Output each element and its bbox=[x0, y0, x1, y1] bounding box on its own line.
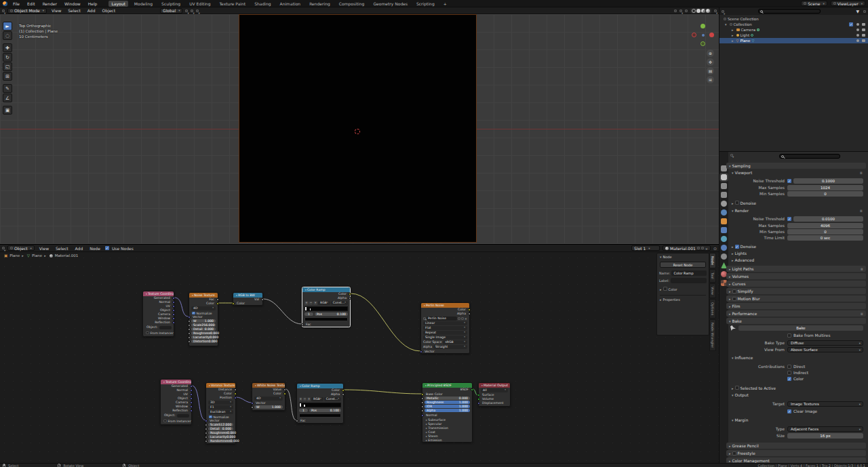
gizmo-axis-z[interactable] bbox=[702, 34, 705, 37]
interpolation-dropdown[interactable]: Const... bbox=[331, 301, 348, 305]
input-socket-ior[interactable] bbox=[421, 405, 424, 408]
overlays-icon[interactable] bbox=[679, 9, 682, 12]
output-socket-object[interactable] bbox=[172, 309, 175, 312]
render-time-limit-value[interactable]: 0 sec bbox=[787, 235, 863, 241]
unlink-image-icon[interactable] bbox=[465, 317, 467, 321]
alpha-mode-dropdown[interactable]: Straight bbox=[433, 345, 467, 349]
node-color-ramp-2[interactable]: Color Ramp Color Alpha + − ▾ RGB Const..… bbox=[296, 383, 344, 424]
node-header[interactable]: RGB to BW bbox=[233, 293, 262, 298]
node-material-output[interactable]: Material Output All Surface Volume Displ… bbox=[478, 382, 511, 407]
viewport-max-samples-value[interactable]: 1024 bbox=[787, 185, 863, 190]
alpha-slider[interactable]: Alpha1.000 bbox=[425, 409, 470, 412]
zoom-icon[interactable]: ⊕ bbox=[707, 49, 714, 57]
collection-checkbox[interactable] bbox=[849, 22, 853, 26]
material-selector[interactable]: Material.001 bbox=[663, 245, 711, 251]
workspace-tab-scripting[interactable]: Scripting bbox=[414, 1, 437, 7]
tab-modifiers-icon[interactable] bbox=[721, 227, 727, 233]
lacunarity-slider[interactable]: Lacunarity0.000 bbox=[208, 435, 233, 439]
output-socket-reflection[interactable] bbox=[172, 321, 175, 324]
tab-render-properties-icon[interactable] bbox=[721, 174, 727, 180]
output-socket-normal[interactable] bbox=[172, 301, 175, 304]
outliner-row-scene-collection[interactable]: Scene Collection bbox=[719, 16, 868, 22]
tool-scale[interactable]: ◱ bbox=[3, 62, 12, 71]
sidebar-tab-view[interactable]: View bbox=[709, 283, 716, 298]
gizmo-axis-y-neg[interactable] bbox=[701, 41, 705, 46]
preset-menu-icon[interactable]: ≣ bbox=[860, 209, 863, 213]
scale-slider[interactable]: Scale256.000 bbox=[191, 323, 216, 327]
node-principled-bsdf[interactable]: Principled BSDF BSDF Base Color Metallic… bbox=[422, 382, 473, 443]
shader-editor[interactable]: Object View Select Add Node Use Nodes Sl… bbox=[0, 244, 719, 463]
output-socket-object[interactable] bbox=[190, 397, 193, 400]
input-socket-lacunarity[interactable] bbox=[205, 436, 208, 439]
sh-menu-add[interactable]: Add bbox=[73, 246, 85, 251]
projection-dropdown[interactable]: Flat bbox=[423, 326, 467, 330]
node-rgb-to-bw[interactable]: RGB to BW Val Color bbox=[233, 292, 263, 306]
viewport-min-samples-value[interactable]: 0 bbox=[787, 191, 863, 197]
panel-properties[interactable]: Properties bbox=[660, 295, 706, 302]
viewport-noise-threshold-checkbox[interactable] bbox=[787, 179, 791, 183]
output-socket-value[interactable] bbox=[283, 388, 286, 391]
subsection-denoise-viewport[interactable]: Denoise bbox=[732, 201, 756, 205]
unlink-material-icon[interactable] bbox=[705, 246, 708, 251]
render-noise-threshold-value[interactable]: 0.0100 bbox=[793, 216, 863, 222]
output-socket-color[interactable] bbox=[349, 293, 351, 296]
ramp-options-icon[interactable]: ▾ bbox=[313, 301, 317, 305]
subsection-render[interactable]: Render bbox=[732, 209, 749, 213]
tab-output-properties-icon[interactable] bbox=[721, 183, 727, 189]
section-grease-pencil[interactable]: Grease Pencil bbox=[726, 443, 866, 449]
panel-node-header[interactable]: Node bbox=[657, 253, 709, 260]
node-header[interactable]: Color Ramp bbox=[302, 287, 350, 292]
node-header[interactable]: Texture Coordinate bbox=[143, 291, 174, 296]
metallic-slider[interactable]: Metallic0.000 bbox=[425, 397, 470, 400]
randomness-slider[interactable]: Randomness0.000 bbox=[208, 439, 233, 443]
sidebar-tab-options[interactable]: Options bbox=[709, 299, 716, 319]
node-header[interactable]: Principled BSDF bbox=[422, 383, 472, 388]
ramp-stop-handle[interactable] bbox=[303, 404, 306, 407]
render-visibility-icon[interactable] bbox=[862, 28, 865, 31]
stop-position-slider[interactable]: Pos0.100 bbox=[309, 409, 341, 412]
output-socket-camera[interactable] bbox=[172, 313, 175, 316]
add-stop-button[interactable]: + bbox=[299, 397, 302, 401]
contribution-indirect-checkbox[interactable] bbox=[787, 371, 791, 375]
menu-render[interactable]: Render bbox=[41, 1, 59, 6]
input-socket-base-color[interactable] bbox=[421, 393, 424, 396]
normalize-checkbox[interactable] bbox=[192, 312, 195, 315]
distance-metric-dropdown[interactable]: Euclidean bbox=[208, 410, 233, 414]
show-gizmo-icon[interactable] bbox=[674, 9, 677, 12]
filter-funnel-icon[interactable]: ▼ bbox=[854, 9, 861, 14]
outliner-search-input[interactable] bbox=[758, 9, 821, 14]
sh-menu-view[interactable]: View bbox=[37, 246, 51, 251]
output-socket-uv[interactable] bbox=[190, 393, 193, 396]
vp-menu-view[interactable]: View bbox=[50, 8, 63, 13]
tool-measure[interactable]: ∠ bbox=[3, 94, 12, 102]
output-socket-generated[interactable] bbox=[172, 297, 175, 300]
tab-view-layer-icon[interactable] bbox=[721, 192, 727, 198]
sidebar-tab-tool[interactable]: Tool bbox=[709, 269, 716, 283]
node-header[interactable]: Color Ramp bbox=[297, 384, 343, 388]
ramp-options-icon[interactable]: ▾ bbox=[307, 397, 311, 401]
detail-slider[interactable]: Detail0.000 bbox=[191, 327, 216, 331]
subsection-lights[interactable]: Lights bbox=[732, 251, 747, 256]
tool-rotate[interactable]: ↻ bbox=[3, 53, 12, 62]
color-ramp-gradient[interactable] bbox=[299, 403, 341, 407]
viewport-3d[interactable]: Top Orthographic (1) Collection | Plane … bbox=[0, 14, 719, 244]
section-motion-blur[interactable]: Motion Blur bbox=[726, 296, 866, 302]
input-socket-detail[interactable] bbox=[188, 328, 191, 331]
node-texture-coordinate-2[interactable]: Texture Coordinate Generated Normal UV O… bbox=[160, 379, 192, 425]
transform-orientation[interactable]: Global bbox=[160, 8, 182, 14]
node-header[interactable]: Noise Texture bbox=[189, 293, 218, 298]
output-socket-normal[interactable] bbox=[190, 389, 193, 392]
hide-eye-icon[interactable] bbox=[856, 34, 859, 37]
lacunarity-slider[interactable]: Lacunarity0.000 bbox=[191, 336, 216, 339]
input-socket-vector[interactable] bbox=[420, 350, 422, 353]
extension-dropdown[interactable]: Repeat bbox=[423, 331, 467, 335]
camera-view-icon[interactable]: ▤ bbox=[707, 67, 714, 75]
workspace-tab-layout[interactable]: Layout bbox=[108, 1, 127, 7]
output-socket-color[interactable] bbox=[234, 392, 237, 395]
roughness-slider[interactable]: Roughness0.000 bbox=[191, 331, 216, 335]
section-bake[interactable]: Bake bbox=[726, 318, 866, 324]
workspace-tab-sculpting[interactable]: Sculpting bbox=[159, 1, 183, 7]
tab-constraints-icon[interactable] bbox=[721, 253, 727, 260]
render-min-samples-value[interactable]: 0 bbox=[787, 229, 863, 235]
editor-type-icon[interactable] bbox=[2, 9, 5, 12]
